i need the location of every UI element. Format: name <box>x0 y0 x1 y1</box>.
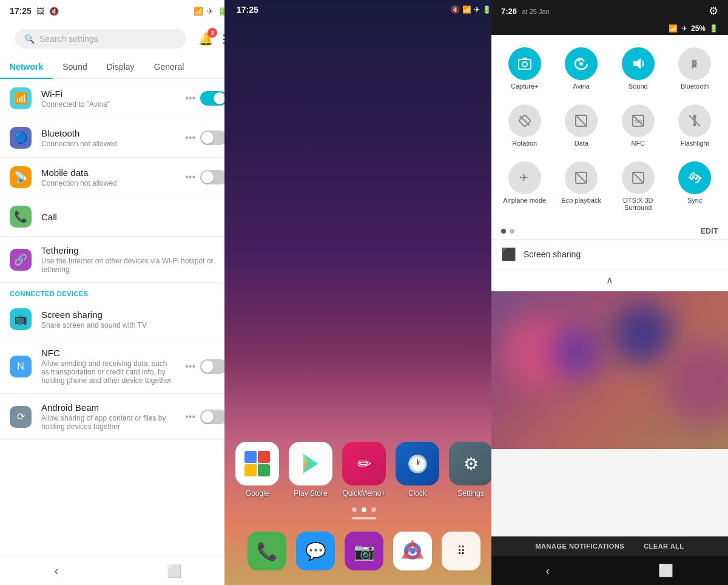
qs-dts-icon <box>622 161 655 194</box>
dock-chrome[interactable] <box>393 532 432 570</box>
edit-button[interactable]: EDIT <box>701 227 718 235</box>
tab-sound[interactable]: Sound <box>53 56 96 78</box>
notification-bell[interactable]: 🔔 3 <box>198 32 214 46</box>
notif-back-button[interactable]: ‹ <box>546 564 550 578</box>
qs-eco[interactable]: Eco playback <box>556 157 608 216</box>
settings-item-screen-sharing[interactable]: 📺 Screen sharing Share screen and sound … <box>0 300 237 339</box>
bluetooth-toggle[interactable] <box>200 130 227 145</box>
app-clock[interactable]: 🕐 Clock <box>396 442 439 498</box>
app-quickmemo[interactable]: ✏ QuickMemo+ <box>342 442 386 498</box>
mobile-data-more-btn[interactable]: ••• <box>185 172 195 183</box>
qs-flashlight[interactable]: Flashlight <box>669 100 721 152</box>
phone-airplane-icon: ✈ <box>474 5 480 14</box>
notif-home-button[interactable]: ⬜ <box>658 563 673 578</box>
settings-status-icon-1: 🖼 <box>36 7 44 16</box>
app-google[interactable]: Google <box>235 442 279 498</box>
chevron-up-icon: ∧ <box>606 274 613 286</box>
nfc-more-btn[interactable]: ••• <box>185 361 195 372</box>
manage-notifications-button[interactable]: MANAGE NOTIFICATIONS <box>535 543 624 550</box>
qs-capture[interactable]: Capture+ <box>499 42 551 95</box>
phone-battery-icon: 🔋 <box>482 5 491 14</box>
settings-item-tethering[interactable]: 🔗 Tethering Use the Internet on other de… <box>0 237 237 283</box>
svg-line-15 <box>576 115 587 126</box>
notif-status-row: 📶 ✈ 25% 🔋 <box>491 22 728 35</box>
notif-wifi-icon: 📶 <box>669 24 678 33</box>
qs-bluetooth[interactable]: Bluetooth <box>669 42 721 95</box>
notif-screen-sharing[interactable]: ⬛ Screen sharing <box>491 240 728 269</box>
bluetooth-more-btn[interactable]: ••• <box>185 132 195 143</box>
screen-sharing-content: Screen sharing Share screen and sound wi… <box>41 309 227 330</box>
mobile-data-content: Mobile data Connection not allowed <box>41 167 175 188</box>
connected-devices-header: CONNECTED DEVICES <box>0 283 237 300</box>
qs-flashlight-icon <box>678 104 711 137</box>
qs-airplane[interactable]: ✈ Airplane mode <box>499 157 551 216</box>
clear-all-button[interactable]: CLEAR ALL <box>644 543 684 550</box>
nfc-toggle[interactable] <box>200 359 227 374</box>
qs-rotation[interactable]: Rotation <box>499 100 551 152</box>
notif-status-bar: 7:26 at 25 Jan ⚙ <box>491 0 728 22</box>
notif-battery-icon: 🔋 <box>709 24 718 33</box>
app-playstore[interactable]: Play Store <box>289 442 332 498</box>
google-red <box>258 451 270 463</box>
quickmemo-icon: ✏ <box>342 442 386 485</box>
mobile-data-icon: 📡 <box>10 166 32 188</box>
back-button[interactable]: ‹ <box>55 564 59 578</box>
qs-data[interactable]: Data <box>556 100 608 152</box>
screen-share-label: Screen sharing <box>524 249 581 259</box>
settings-item-bluetooth[interactable]: 🔵 Bluetooth Connection not allowed ••• <box>0 118 237 158</box>
home-indicator[interactable] <box>352 517 376 519</box>
settings-tabs: Network Sound Display General <box>0 56 237 79</box>
tab-general[interactable]: General <box>144 56 194 78</box>
qs-dts[interactable]: DTS:X 3D Surround <box>612 157 664 216</box>
qs-sound[interactable]: Sound <box>612 42 664 95</box>
qs-nfc[interactable]: NFC NFC <box>612 100 664 152</box>
settings-item-mobile-data[interactable]: 📡 Mobile data Connection not allowed ••• <box>0 158 237 197</box>
screen-sharing-icon: 📺 <box>10 308 32 330</box>
home-button[interactable]: ⬜ <box>167 564 182 578</box>
wifi-more-btn[interactable]: ••• <box>185 93 195 104</box>
settings-status-bar: 17:25 🖼 🔇 📶 ✈ 🔋 <box>0 0 237 22</box>
dock-phone[interactable]: 📞 <box>248 532 286 570</box>
wifi-subtitle: Connected to "Avina" <box>41 100 175 109</box>
qs-sync[interactable]: Sync <box>669 157 721 216</box>
qs-sound-label: Sound <box>629 83 648 90</box>
dock-messages[interactable]: 💬 <box>296 532 335 570</box>
blur-circle-3 <box>613 303 673 364</box>
dock-more[interactable]: ⠿ <box>442 532 480 570</box>
clock-icon: 🕐 <box>396 442 439 485</box>
nfc-icon: N <box>10 356 32 377</box>
settings-label: Settings <box>457 489 484 498</box>
search-bar[interactable]: 🔍 Search settings <box>15 29 186 49</box>
qs-capture-icon <box>508 47 541 80</box>
settings-item-android-beam[interactable]: ⟳ Android Beam Allow sharing of app cont… <box>0 394 237 440</box>
android-beam-more-btn[interactable]: ••• <box>185 411 195 422</box>
settings-item-wifi[interactable]: 📶 Wi-Fi Connected to "Avina" ••• <box>0 79 237 118</box>
phone-status-bar: 17:25 🔇 📶 ✈ 🔋 <box>224 0 504 19</box>
notif-date: at 25 Jan <box>522 8 549 15</box>
google-icon <box>235 442 279 485</box>
android-beam-controls: ••• <box>185 410 227 424</box>
wifi-status-icon: 📶 <box>194 7 203 16</box>
android-beam-toggle[interactable] <box>200 410 227 424</box>
settings-gear-button[interactable]: ⚙ <box>709 4 718 18</box>
nfc-title: NFC <box>41 348 175 358</box>
search-icon: 🔍 <box>24 34 35 44</box>
bluetooth-content: Bluetooth Connection not allowed <box>41 128 175 148</box>
notification-badge: 3 <box>207 28 217 38</box>
settings-item-nfc[interactable]: N NFC Allow sending and receiving data, … <box>0 339 237 394</box>
wifi-toggle[interactable] <box>200 91 227 106</box>
screen-sharing-title: Screen sharing <box>41 309 227 320</box>
qs-airplane-label: Airplane mode <box>503 197 546 204</box>
svg-marker-9 <box>633 58 641 69</box>
settings-item-call[interactable]: 📞 Call <box>0 197 237 237</box>
tab-display[interactable]: Display <box>97 56 144 78</box>
phone-dock: 📞 💬 📷 <box>224 524 504 578</box>
wifi-content: Wi-Fi Connected to "Avina" <box>41 89 175 109</box>
app-settings[interactable]: ⚙ Settings <box>449 442 493 498</box>
mobile-data-toggle[interactable] <box>200 170 227 184</box>
dock-camera[interactable]: 📷 <box>345 532 383 570</box>
collapse-button[interactable]: ∧ <box>491 269 728 291</box>
screen-share-icon: ⬛ <box>501 247 516 262</box>
qs-avina[interactable]: Avina <box>556 42 608 95</box>
tab-network[interactable]: Network <box>0 56 53 78</box>
